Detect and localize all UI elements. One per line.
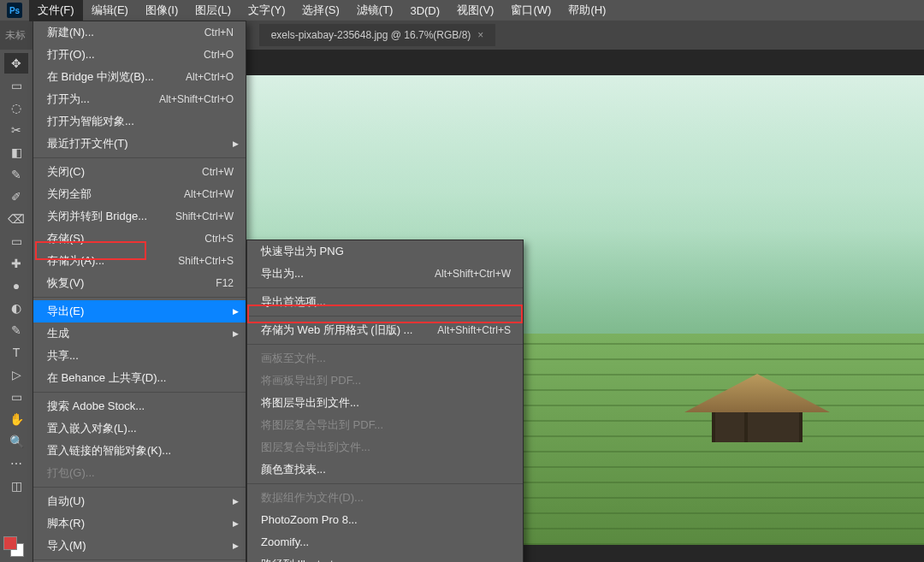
menu-item-label: 路径到 Illustrator... <box>261 557 352 562</box>
menu-item-shortcut: Ctrl+N <box>204 25 234 40</box>
menu-item-shortcut: F12 <box>216 275 234 291</box>
menu-item-label: 新建(N)... <box>47 25 94 40</box>
file-menu-item[interactable]: 在 Behance 上共享(D)... <box>33 367 246 389</box>
menu-3d[interactable]: 3D(D) <box>401 1 448 21</box>
dodge-tool[interactable]: ◐ <box>4 298 28 318</box>
close-tab-icon[interactable]: × <box>477 29 483 41</box>
file-menu-item[interactable]: 搜索 Adobe Stock... <box>33 395 246 417</box>
menu-view[interactable]: 视图(V) <box>448 0 502 21</box>
export-menu-item[interactable]: 导出为...Alt+Shift+Ctrl+W <box>247 263 523 285</box>
menu-item-label: 打包(G)... <box>47 465 95 481</box>
file-menu-item[interactable]: 恢复(V)F12 <box>33 272 246 294</box>
menu-separator <box>33 487 246 488</box>
menu-filter[interactable]: 滤镜(T) <box>348 0 402 21</box>
menu-item-label: 将图层导出到文件... <box>261 395 359 411</box>
shape-tool[interactable]: ▭ <box>4 387 28 407</box>
hand-tool[interactable]: ✋ <box>4 409 28 429</box>
frame-tool[interactable]: ◧ <box>4 142 28 163</box>
menu-item-label: 搜索 Adobe Stock... <box>47 399 145 414</box>
export-menu-item[interactable]: 将图层导出到文件... <box>247 392 523 414</box>
menu-help[interactable]: 帮助(H) <box>560 0 614 21</box>
file-menu-item[interactable]: 关闭并转到 Bridge...Shift+Ctrl+W <box>33 205 246 228</box>
menubar: Ps 文件(F) 编辑(E) 图像(I) 图层(L) 文字(Y) 选择(S) 滤… <box>0 0 924 21</box>
export-menu-item[interactable]: 存储为 Web 所用格式 (旧版) ...Alt+Shift+Ctrl+S <box>247 319 523 341</box>
menu-separator <box>33 157 246 158</box>
menu-item-label: 最近打开文件(T) <box>47 136 128 151</box>
file-menu-item[interactable]: 关闭(C)Ctrl+W <box>33 161 246 183</box>
crop-tool[interactable]: ✂ <box>4 120 28 140</box>
menu-select[interactable]: 选择(S) <box>293 0 347 21</box>
export-menu-item[interactable]: 路径到 Illustrator... <box>247 553 523 562</box>
menu-image[interactable]: 图像(I) <box>137 0 187 21</box>
file-menu-item[interactable]: 在 Bridge 中浏览(B)...Alt+Ctrl+O <box>33 66 246 88</box>
fg-color[interactable] <box>3 536 17 550</box>
menu-type[interactable]: 文字(Y) <box>240 0 293 21</box>
file-menu-item[interactable]: 脚本(R) <box>33 512 246 535</box>
type-tool[interactable]: T <box>4 342 28 363</box>
menu-item-label: PhotoZoom Pro 8... <box>261 512 358 528</box>
menu-separator <box>33 297 246 298</box>
menu-item-shortcut: Alt+Shift+Ctrl+W <box>435 266 511 281</box>
file-menu-item[interactable]: 共享... <box>33 345 246 367</box>
menu-item-label: 关闭并转到 Bridge... <box>47 209 147 224</box>
file-menu-item[interactable]: 打开(O)...Ctrl+O <box>33 44 246 66</box>
file-menu-item[interactable]: 打包(G)... <box>33 462 246 484</box>
file-menu-item[interactable]: 自动(U) <box>33 490 246 512</box>
marquee-tool[interactable]: ▭ <box>4 75 28 96</box>
image-hut <box>693 365 821 442</box>
document-tab-title: exels-pixabay-235648.jpg @ 16.7%(RGB/8) <box>271 29 471 41</box>
menu-item-label: 导出(E) <box>47 304 84 319</box>
menu-edit[interactable]: 编辑(E) <box>83 0 137 21</box>
menu-item-label: 置入嵌入对象(L)... <box>47 421 137 436</box>
file-menu-item[interactable]: 置入链接的智能对象(K)... <box>33 440 246 462</box>
file-menu-dropdown: 新建(N)...Ctrl+N打开(O)...Ctrl+O在 Bridge 中浏览… <box>33 21 246 562</box>
quick-mask[interactable]: ◫ <box>4 476 28 496</box>
move-tool[interactable]: ✥ <box>4 53 28 74</box>
menu-item-label: 颜色查找表... <box>261 462 326 477</box>
more-tools[interactable]: ⋯ <box>4 453 28 474</box>
pen-tool[interactable]: ✎ <box>4 320 28 340</box>
export-menu-item[interactable]: 颜色查找表... <box>247 458 523 481</box>
file-menu-item[interactable]: 导出(E) <box>33 300 246 322</box>
menu-item-label: 打开为智能对象... <box>47 114 134 129</box>
export-menu-item[interactable]: 导出首选项... <box>247 291 523 313</box>
file-menu-item[interactable]: 打开为智能对象... <box>33 110 246 133</box>
menu-file[interactable]: 文件(F) <box>29 0 83 21</box>
color-swatches[interactable] <box>3 536 24 557</box>
menu-item-shortcut: Alt+Ctrl+O <box>186 69 234 85</box>
file-menu-item[interactable]: 新建(N)...Ctrl+N <box>33 21 246 44</box>
file-menu-item[interactable]: 导入(M) <box>33 535 246 557</box>
export-menu-item[interactable]: Zoomify... <box>247 531 523 553</box>
export-menu-item[interactable]: PhotoZoom Pro 8... <box>247 509 523 531</box>
stamp-tool[interactable]: ⌫ <box>4 209 28 229</box>
zoom-tool[interactable]: 🔍 <box>4 431 28 452</box>
eraser-tool[interactable]: ▭ <box>4 231 28 251</box>
export-menu-item: 数据组作为文件(D)... <box>247 487 523 509</box>
eyedropper-tool[interactable]: ✎ <box>4 164 28 185</box>
menu-layer[interactable]: 图层(L) <box>187 0 240 21</box>
export-menu-item: 图层复合导出到文件... <box>247 436 523 458</box>
menu-item-label: 自动(U) <box>47 494 85 509</box>
file-menu-item[interactable]: 最近打开文件(T) <box>33 133 246 155</box>
menu-item-label: 恢复(V) <box>47 275 84 291</box>
file-menu-item[interactable]: 置入嵌入对象(L)... <box>33 417 246 440</box>
menu-item-shortcut: Ctrl+S <box>204 231 234 246</box>
file-menu-item[interactable]: 存储为(A)...Shift+Ctrl+S <box>33 250 246 272</box>
document-tab[interactable]: exels-pixabay-235648.jpg @ 16.7%(RGB/8) … <box>259 24 496 46</box>
blur-tool[interactable]: ● <box>4 275 28 296</box>
menu-item-label: 存储为 Web 所用格式 (旧版) ... <box>261 322 412 338</box>
file-menu-item[interactable]: 打开为...Alt+Shift+Ctrl+O <box>33 88 246 110</box>
file-menu-item[interactable]: 关闭全部Alt+Ctrl+W <box>33 183 246 205</box>
brush-tool[interactable]: ✐ <box>4 186 28 207</box>
file-menu-item[interactable]: 存储(S)Ctrl+S <box>33 228 246 250</box>
menu-separator <box>33 559 246 560</box>
path-tool[interactable]: ▷ <box>4 364 28 385</box>
export-menu-item[interactable]: 快速导出为 PNG <box>247 240 523 263</box>
menu-item-shortcut: Shift+Ctrl+W <box>175 209 234 224</box>
lasso-tool[interactable]: ◌ <box>4 98 28 118</box>
tools-panel: ✥ ▭ ◌ ✂ ◧ ✎ ✐ ⌫ ▭ ✚ ● ◐ ✎ T ▷ ▭ ✋ 🔍 ⋯ ◫ <box>0 50 33 562</box>
gradient-tool[interactable]: ✚ <box>4 253 28 274</box>
menu-separator <box>247 483 523 484</box>
menu-window[interactable]: 窗口(W) <box>502 0 560 21</box>
file-menu-item[interactable]: 生成 <box>33 322 246 345</box>
